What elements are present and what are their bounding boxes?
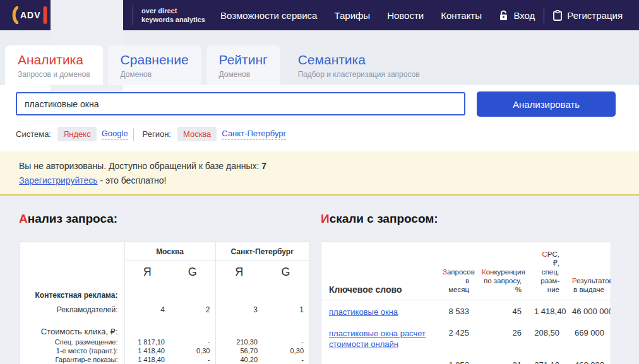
col-keyword: Ключевое слово	[321, 242, 436, 300]
nav-item-news[interactable]: Новости	[387, 10, 424, 21]
col-cpc: CPC, ₽,спец.разм-ние	[528, 242, 566, 300]
login-link[interactable]: Вход	[499, 10, 535, 21]
clipboard-icon	[553, 10, 562, 21]
logo-tagline: over direct keywords analytics	[141, 6, 205, 24]
table-row: Рекламодателей: 4 2 3 1	[20, 302, 309, 318]
logo-yellow-mark	[11, 6, 18, 24]
analysis-table: Москва Санкт-Петербург Я G Я G Контекстн…	[20, 242, 309, 364]
table-row: пластиковые окна 8 533 45 1 418,40 46 00…	[321, 300, 611, 322]
keyword-link[interactable]: пластиковые окна расчет стоимости онлайн	[329, 329, 426, 349]
filters-divider	[133, 128, 134, 141]
city-header-moscow: Москва	[124, 242, 215, 261]
db-requests-count: 7	[261, 161, 266, 171]
analysis-section: Анализ запроса: Москва Санкт-Петербург Я…	[19, 212, 309, 364]
keyword-link[interactable]: пластиковые окна	[329, 307, 398, 317]
keyword-link[interactable]: москитные сетки на пластиковые окна цена	[329, 361, 419, 364]
filters-row: Система: Яндекс Google Регион: Москва Са…	[16, 127, 639, 141]
google-letter-icon: G	[170, 261, 215, 286]
lock-icon	[499, 10, 508, 21]
tab-semantics[interactable]: Семантика Подбор и кластеризация запросо…	[285, 45, 433, 85]
related-queries-section: Искали с запросом: Ключевое слово Запрос…	[321, 212, 611, 364]
auth-divider	[544, 8, 544, 23]
col-serp-results: Результатовв выдаче	[566, 242, 611, 300]
nav-item-features[interactable]: Возможности сервиса	[220, 10, 318, 21]
region-option-spb[interactable]: Санкт-Петербург	[222, 129, 286, 139]
system-label: Система:	[16, 129, 51, 139]
yandex-letter-icon: Я	[124, 261, 170, 286]
table-row: Спец. размещение: 1 817,10 - 210,30 -	[20, 338, 309, 346]
top-bar: ADV ODKA over direct keywords analytics …	[0, 0, 639, 30]
related-header-row: Ключевое слово Запросовв месяц Конкуренц…	[321, 242, 611, 300]
engine-header-row: Я G Я G	[20, 261, 309, 286]
main-nav: Возможности сервиса Тарифы Новости Конта…	[220, 10, 482, 21]
spacer-row	[20, 318, 309, 327]
related-title: Искали с запросом:	[321, 212, 611, 226]
system-option-yandex[interactable]: Яндекс	[57, 127, 97, 141]
table-row: 1-е место (гарант.): 1 418,40 0,30 56,70…	[20, 346, 309, 355]
yandex-letter-icon: Я	[215, 261, 263, 286]
analysis-title: Анализ запроса:	[19, 212, 309, 226]
auth-area: Вход Регистрация	[499, 8, 623, 23]
main-content: Анализ запроса: Москва Санкт-Петербург Я…	[0, 196, 639, 364]
city-header-spb: Санкт-Петербург	[215, 242, 309, 261]
region-option-moscow[interactable]: Москва	[177, 127, 217, 141]
logo-prefix: ADV	[20, 10, 41, 20]
query-input[interactable]	[16, 92, 465, 115]
related-table: Ключевое слово Запросовв месяц Конкуренц…	[321, 242, 611, 364]
search-area: Анализировать Система: Яндекс Google Рег…	[0, 85, 639, 151]
col-competition: Конкуренцияпо запросу, %	[475, 242, 528, 300]
tab-rating[interactable]: Рейтинг Доменов	[206, 45, 280, 85]
city-header-row: Москва Санкт-Петербург	[20, 242, 309, 261]
col-monthly-searches: Запросовв месяц	[436, 242, 475, 300]
logo-divider	[133, 5, 133, 25]
nav-item-contacts[interactable]: Контакты	[441, 10, 482, 21]
table-row: москитные сетки на пластиковые окна цена…	[321, 354, 611, 364]
analysis-card: Москва Санкт-Петербург Я G Я G Контекстн…	[19, 242, 309, 364]
notice-line2: Зарегистрируйтесь - это бесплатно!	[19, 173, 620, 188]
table-row: Контекстная реклама:	[20, 285, 309, 302]
auth-notice: Вы не авторизованы. Доступно обращений к…	[0, 151, 639, 196]
table-row: пластиковые окна расчет стоимости онлайн…	[321, 322, 611, 354]
google-letter-icon: G	[263, 261, 309, 286]
system-option-google[interactable]: Google	[102, 129, 128, 139]
register-cta-link[interactable]: Зарегистрируйтесь	[19, 175, 98, 185]
register-link[interactable]: Регистрация	[553, 10, 623, 21]
table-row: Стоимость клика, ₽:	[20, 327, 309, 338]
logo-red-mark	[42, 6, 48, 24]
region-label: Регион:	[143, 129, 171, 139]
table-row: Гарантир-е показы: 1 418,40 - 40,20 -	[20, 355, 309, 364]
related-card: Ключевое слово Запросовв месяц Конкуренц…	[321, 242, 611, 364]
analyze-button[interactable]: Анализировать	[477, 91, 616, 117]
notice-line1: Вы не авторизованы. Доступно обращений к…	[19, 159, 620, 173]
tab-comparison[interactable]: Сравнение Доменов	[108, 45, 201, 85]
nav-item-pricing[interactable]: Тарифы	[334, 10, 370, 21]
tab-analytics[interactable]: Аналитика Запросов и доменов	[5, 45, 103, 85]
